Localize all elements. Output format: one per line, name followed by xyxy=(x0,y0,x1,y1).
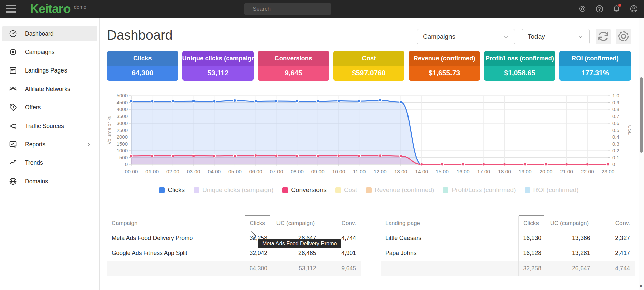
svg-text:05:00: 05:00 xyxy=(228,168,242,174)
stat-card-label: Profit/Loss (confirmed) xyxy=(484,51,556,66)
legend-item-clicks[interactable]: Clicks xyxy=(159,186,185,194)
legend-swatch xyxy=(525,187,530,193)
stat-card-unique-clicks-campaign[interactable]: Unique clicks (campaign)53,112 xyxy=(182,51,254,81)
row-value: 2,417 xyxy=(595,246,635,261)
sidebar-item-campaigns[interactable]: Campaigns xyxy=(2,44,97,60)
column-header-campaign[interactable]: Campaign xyxy=(107,215,245,231)
svg-text:22:00: 22:00 xyxy=(581,168,594,174)
column-header-uc-campaign[interactable]: UC (campaign) xyxy=(270,215,321,231)
sidebar-item-trends[interactable]: Trends xyxy=(2,155,97,171)
stat-card-roi-confirmed[interactable]: ROI (confirmed)177.31% xyxy=(559,51,631,81)
help-icon[interactable] xyxy=(595,4,604,13)
settings-icon[interactable] xyxy=(578,4,587,13)
stat-card-value: $1,655.73 xyxy=(409,66,480,81)
svg-text:2500: 2500 xyxy=(117,127,128,133)
search-input[interactable] xyxy=(253,6,327,12)
svg-text:15:00: 15:00 xyxy=(436,168,449,174)
sidebar-item-domains[interactable]: Domains xyxy=(2,174,97,189)
totals-value: 9,645 xyxy=(321,261,361,276)
domains-icon xyxy=(9,177,17,186)
legend-item-profit-loss-confirmed[interactable]: Profit/Loss (confirmed) xyxy=(443,186,516,194)
row-label[interactable]: Papa Johns xyxy=(381,246,518,261)
svg-text:1000: 1000 xyxy=(117,148,128,153)
sidebar-item-label: Offers xyxy=(25,104,41,111)
dashboard-settings-button[interactable] xyxy=(616,29,631,44)
stat-card-label: Unique clicks (campaign) xyxy=(182,51,254,66)
column-header-conv[interactable]: Conv. xyxy=(321,215,361,231)
grouping-select[interactable]: Campaigns xyxy=(417,29,515,44)
totals-value: 64,300 xyxy=(245,261,270,276)
stat-card-conversions[interactable]: Conversions9,645 xyxy=(258,51,329,81)
svg-text:04:00: 04:00 xyxy=(208,168,221,174)
svg-text:500: 500 xyxy=(119,155,128,160)
legend-label: Conversions xyxy=(291,186,327,194)
trends-icon xyxy=(9,158,17,167)
legend-item-cost[interactable]: Cost xyxy=(335,186,357,194)
page-title: Dashboard xyxy=(107,28,173,43)
svg-text:USD: USD xyxy=(627,125,631,136)
menu-icon[interactable] xyxy=(6,5,16,13)
sidebar-item-reports[interactable]: Reports xyxy=(2,137,97,152)
row-label[interactable]: Google Ads Fitness App Split xyxy=(107,246,245,261)
legend-item-conversions[interactable]: Conversions xyxy=(282,186,327,194)
stat-card-label: Clicks xyxy=(107,51,178,66)
refresh-button[interactable] xyxy=(596,29,611,44)
chevron-down-icon xyxy=(576,33,585,41)
svg-text:$: $ xyxy=(12,106,14,109)
svg-text:14:00: 14:00 xyxy=(415,168,428,174)
table-row[interactable]: Papa Johns16,12813,2812,417 xyxy=(381,246,635,261)
sidebar-item-label: Trends xyxy=(25,159,43,166)
column-header-landing-page[interactable]: Landing page xyxy=(381,215,518,231)
row-label[interactable]: Little Caesars xyxy=(381,231,518,246)
search-icon xyxy=(248,6,249,12)
svg-text:17:00: 17:00 xyxy=(477,168,490,174)
legend-swatch xyxy=(194,187,199,193)
row-value: 16,130 xyxy=(518,231,544,246)
search-box[interactable] xyxy=(244,3,331,15)
svg-text:3500: 3500 xyxy=(117,113,128,119)
svg-text:03:00: 03:00 xyxy=(187,168,200,174)
sidebar-item-traffic-sources[interactable]: Traffic Sources xyxy=(2,118,97,134)
svg-text:3000: 3000 xyxy=(117,120,128,126)
legend-swatch xyxy=(282,187,288,193)
stat-card-cost[interactable]: Cost$597.0760 xyxy=(333,51,405,81)
column-header-clicks[interactable]: Clicks xyxy=(518,215,544,231)
stat-card-value: 53,112 xyxy=(182,66,254,81)
legend-item-unique-clicks-campaign[interactable]: Unique clicks (campaign) xyxy=(194,186,273,194)
landings-pages-icon xyxy=(9,66,17,75)
column-header-conv[interactable]: Conv. xyxy=(595,215,635,231)
column-header-uc-campaign[interactable]: UC (campaign) xyxy=(544,215,595,231)
totals-label xyxy=(107,261,245,276)
sidebar-item-label: Domains xyxy=(25,178,48,185)
row-value: 2,327 xyxy=(595,231,635,246)
date-range-select[interactable]: Today xyxy=(522,29,590,44)
svg-text:08:00: 08:00 xyxy=(291,168,304,174)
sidebar-nav: DashboardCampaignsLandings PagesAffiliat… xyxy=(0,18,99,189)
svg-text:5000: 5000 xyxy=(117,93,128,98)
offers-icon: $ xyxy=(9,103,17,112)
stat-card-label: Conversions xyxy=(258,51,329,66)
column-header-clicks[interactable]: Clicks xyxy=(245,215,270,231)
notification-badge xyxy=(618,4,621,7)
sidebar: DashboardCampaignsLandings PagesAffiliat… xyxy=(0,18,100,290)
row-label[interactable]: Meta Ads Food Delivery Promo xyxy=(107,231,245,246)
sidebar-item-offers[interactable]: $Offers xyxy=(2,100,97,115)
svg-text:20:00: 20:00 xyxy=(540,168,553,174)
sidebar-item-affiliate-networks[interactable]: Affiliate Networks xyxy=(2,81,97,97)
app-logo[interactable]: Keitaro xyxy=(30,2,70,16)
scroll-down-arrow[interactable]: ▼ xyxy=(639,284,643,289)
legend-item-roi-confirmed[interactable]: ROI (confirmed) xyxy=(525,186,579,194)
sidebar-item-landings-pages[interactable]: Landings Pages xyxy=(2,63,97,78)
table-row[interactable]: Little Caesars16,13013,3662,327 xyxy=(381,231,635,246)
stat-card-profit-loss-confirmed[interactable]: Profit/Loss (confirmed)$1,058.65 xyxy=(484,51,556,81)
notifications-icon[interactable] xyxy=(612,4,621,13)
stat-card-revenue-confirmed[interactable]: Revenue (confirmed)$1,655.73 xyxy=(409,51,480,81)
svg-text:06:00: 06:00 xyxy=(249,168,262,174)
scrollbar: ▼ xyxy=(639,18,644,290)
account-icon[interactable] xyxy=(629,4,638,13)
scrollbar-thumb[interactable] xyxy=(640,77,643,153)
stat-card-clicks[interactable]: Clicks64,300 xyxy=(107,51,178,81)
totals-row: 32,25826,6474,744 xyxy=(381,261,635,276)
legend-item-revenue-confirmed[interactable]: Revenue (confirmed) xyxy=(366,186,434,194)
sidebar-item-dashboard[interactable]: Dashboard xyxy=(2,26,97,41)
